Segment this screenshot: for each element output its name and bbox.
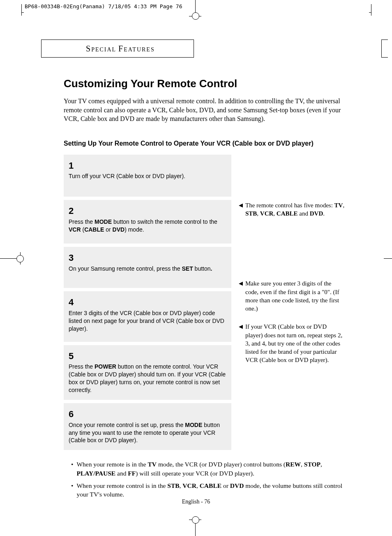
crop-mark-top [195, 0, 196, 16]
bullet-text: When your remote control is in the STB, … [76, 481, 347, 499]
step-1: 1 Turn off your VCR (Cable box or DVD pl… [64, 155, 231, 197]
step-text: Press the POWER button on the remote con… [69, 363, 226, 394]
step-number: 1 [69, 160, 226, 172]
step-4: 4 Enter 3 digits of the VCR (Cable box o… [64, 291, 231, 341]
note-5: ◀ If your VCR (Cable box or DVD player) … [239, 323, 346, 364]
header-slug: BP68-00334B-02Eng(Panama) 7/18/05 4:33 P… [25, 3, 182, 9]
bullet-item: • When your remote is in the TV mode, th… [64, 460, 347, 478]
section-header-text: SPECIAL FEATURES [86, 44, 155, 53]
page-content: Customizing Your Remote Control Your TV … [64, 77, 347, 502]
step-6: 6 Once your remote control is set up, pr… [64, 403, 231, 450]
page-frame-mark [369, 4, 371, 16]
steps-container: 1 Turn off your VCR (Cable box or DVD pl… [64, 155, 347, 450]
arrow-left-icon: ◀ [239, 323, 243, 364]
edge-mark [381, 39, 388, 58]
note-text: Make sure you enter 3 digits of the code… [245, 279, 346, 313]
note-4: ◀ Make sure you enter 3 digits of the co… [239, 279, 346, 313]
page-footer: English - 76 [0, 499, 392, 505]
bullet-icon: • [71, 481, 73, 499]
step-text: Once your remote control is set up, pres… [69, 421, 226, 445]
step-number: 3 [69, 252, 226, 264]
step-number: 5 [69, 350, 226, 362]
note-2: ◀ The remote control has five modes: TV,… [239, 201, 346, 218]
crop-mark-right [384, 258, 392, 259]
arrow-left-icon: ◀ [239, 201, 243, 218]
arrow-left-icon: ◀ [239, 279, 243, 313]
step-5: 5 Press the POWER button on the remote c… [64, 345, 231, 400]
step-number: 2 [69, 205, 226, 217]
step-text: Enter 3 digits of the VCR (Cable box or … [69, 309, 226, 333]
step-2: 2 Press the MODE button to switch the re… [64, 200, 231, 243]
bullet-icon: • [71, 460, 73, 478]
step-number: 4 [69, 296, 226, 309]
note-text: If your VCR (Cable box or DVD player) do… [245, 323, 346, 364]
step-number: 6 [69, 408, 226, 420]
bullet-item: • When your remote control is in the STB… [64, 481, 347, 499]
notes-column: ◀ The remote control has five modes: TV,… [239, 155, 346, 450]
page-frame-mark [369, 12, 371, 13]
step-3: 3 On your Samsung remote control, press … [64, 247, 231, 288]
crop-mark-bottom [195, 520, 196, 536]
page-title: Customizing Your Remote Control [64, 77, 347, 90]
intro-text: Your TV comes equipped with a universal … [64, 97, 347, 123]
step-text: On your Samsung remote control, press th… [69, 265, 226, 273]
page-frame-mark [21, 4, 24, 16]
note-text: The remote control has five modes: TV, S… [245, 201, 346, 218]
footer-bullets: • When your remote is in the TV mode, th… [64, 460, 347, 499]
crop-mark-left [0, 258, 21, 259]
section-header: SPECIAL FEATURES [41, 39, 194, 58]
bullet-text: When your remote is in the TV mode, the … [76, 460, 347, 478]
step-text: Turn off your VCR (Cable box or DVD play… [69, 172, 226, 180]
page-frame-mark [21, 12, 24, 13]
steps-column: 1 Turn off your VCR (Cable box or DVD pl… [64, 155, 231, 450]
step-text: Press the MODE button to switch the remo… [69, 218, 226, 234]
subheading: Setting Up Your Remote Control to Operat… [64, 140, 347, 147]
